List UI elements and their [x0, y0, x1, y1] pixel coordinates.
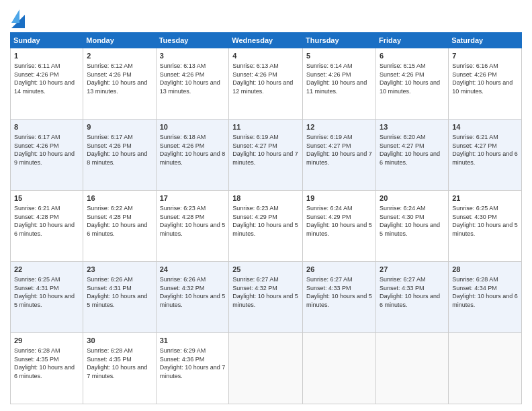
calendar-day-cell: 11Sunrise: 6:19 AMSunset: 4:27 PMDayligh… [229, 120, 303, 191]
day-detail: Sunrise: 6:16 AMSunset: 4:26 PMDaylight:… [452, 62, 513, 95]
day-number: 16 [87, 193, 152, 203]
calendar-day-cell: 21Sunrise: 6:25 AMSunset: 4:30 PMDayligh… [449, 191, 522, 262]
day-number: 30 [87, 336, 152, 346]
day-number: 19 [306, 193, 372, 203]
day-detail: Sunrise: 6:14 AMSunset: 4:26 PMDaylight:… [306, 62, 367, 95]
calendar-day-cell: 10Sunrise: 6:18 AMSunset: 4:26 PMDayligh… [156, 120, 229, 191]
day-number: 1 [14, 51, 79, 61]
day-detail: Sunrise: 6:20 AMSunset: 4:27 PMDaylight:… [380, 134, 440, 166]
calendar-day-cell: 18Sunrise: 6:23 AMSunset: 4:29 PMDayligh… [229, 191, 303, 262]
calendar-day-cell [229, 333, 303, 404]
calendar-day-cell: 28Sunrise: 6:28 AMSunset: 4:34 PMDayligh… [449, 262, 522, 333]
calendar-day-cell: 12Sunrise: 6:19 AMSunset: 4:27 PMDayligh… [303, 120, 376, 191]
page: SundayMondayTuesdayWednesdayThursdayFrid… [0, 0, 532, 411]
day-detail: Sunrise: 6:25 AMSunset: 4:31 PMDaylight:… [14, 276, 75, 308]
header [10, 7, 522, 28]
calendar-day-cell: 14Sunrise: 6:21 AMSunset: 4:27 PMDayligh… [449, 120, 522, 191]
calendar-day-cell: 5Sunrise: 6:14 AMSunset: 4:26 PMDaylight… [303, 48, 376, 120]
day-detail: Sunrise: 6:17 AMSunset: 4:26 PMDaylight:… [14, 134, 75, 166]
day-detail: Sunrise: 6:26 AMSunset: 4:31 PMDaylight:… [87, 276, 147, 308]
day-number: 21 [452, 193, 518, 203]
calendar-day-cell: 16Sunrise: 6:22 AMSunset: 4:28 PMDayligh… [83, 191, 156, 262]
day-detail: Sunrise: 6:29 AMSunset: 4:36 PMDaylight:… [160, 347, 226, 379]
day-number: 27 [380, 265, 445, 275]
weekday-header: Thursday [303, 33, 376, 48]
day-detail: Sunrise: 6:12 AMSunset: 4:26 PMDaylight:… [87, 62, 147, 95]
day-number: 3 [160, 51, 226, 61]
calendar-week-row: 29Sunrise: 6:28 AMSunset: 4:35 PMDayligh… [11, 333, 522, 404]
calendar-day-cell: 17Sunrise: 6:23 AMSunset: 4:28 PMDayligh… [156, 191, 229, 262]
calendar-day-cell: 30Sunrise: 6:28 AMSunset: 4:35 PMDayligh… [83, 333, 156, 404]
logo-icon [11, 9, 25, 28]
day-detail: Sunrise: 6:18 AMSunset: 4:26 PMDaylight:… [160, 134, 226, 166]
day-detail: Sunrise: 6:19 AMSunset: 4:27 PMDaylight:… [306, 134, 372, 166]
day-detail: Sunrise: 6:28 AMSunset: 4:35 PMDaylight:… [14, 347, 75, 379]
calendar-day-cell: 3Sunrise: 6:13 AMSunset: 4:26 PMDaylight… [156, 48, 229, 120]
day-detail: Sunrise: 6:23 AMSunset: 4:28 PMDaylight:… [160, 205, 226, 237]
day-number: 5 [306, 51, 372, 61]
day-detail: Sunrise: 6:27 AMSunset: 4:32 PMDaylight:… [232, 276, 298, 308]
day-number: 7 [452, 51, 518, 61]
day-detail: Sunrise: 6:27 AMSunset: 4:33 PMDaylight:… [306, 276, 372, 308]
calendar-day-cell: 1Sunrise: 6:11 AMSunset: 4:26 PMDaylight… [11, 48, 83, 120]
calendar-day-cell: 15Sunrise: 6:21 AMSunset: 4:28 PMDayligh… [11, 191, 83, 262]
calendar-week-row: 1Sunrise: 6:11 AMSunset: 4:26 PMDaylight… [11, 48, 522, 120]
calendar-week-row: 22Sunrise: 6:25 AMSunset: 4:31 PMDayligh… [11, 262, 522, 333]
calendar-day-cell: 27Sunrise: 6:27 AMSunset: 4:33 PMDayligh… [376, 262, 449, 333]
day-number: 31 [160, 336, 226, 346]
day-number: 25 [232, 265, 299, 275]
day-number: 23 [87, 265, 152, 275]
calendar-day-cell [449, 333, 522, 404]
day-detail: Sunrise: 6:25 AMSunset: 4:30 PMDaylight:… [452, 205, 518, 237]
day-detail: Sunrise: 6:28 AMSunset: 4:35 PMDaylight:… [87, 347, 147, 379]
calendar-day-cell: 20Sunrise: 6:24 AMSunset: 4:30 PMDayligh… [376, 191, 449, 262]
weekday-header: Friday [376, 33, 449, 48]
day-number: 10 [160, 122, 226, 132]
calendar-day-cell: 7Sunrise: 6:16 AMSunset: 4:26 PMDaylight… [449, 48, 522, 120]
day-number: 9 [87, 122, 152, 132]
day-detail: Sunrise: 6:27 AMSunset: 4:33 PMDaylight:… [380, 276, 440, 308]
weekday-header: Wednesday [229, 33, 303, 48]
day-detail: Sunrise: 6:17 AMSunset: 4:26 PMDaylight:… [87, 134, 147, 166]
logo [10, 9, 25, 28]
day-detail: Sunrise: 6:11 AMSunset: 4:26 PMDaylight:… [14, 62, 75, 95]
calendar-week-row: 8Sunrise: 6:17 AMSunset: 4:26 PMDaylight… [11, 120, 522, 191]
day-detail: Sunrise: 6:15 AMSunset: 4:26 PMDaylight:… [380, 62, 440, 95]
day-number: 20 [380, 193, 445, 203]
weekday-header: Saturday [449, 33, 522, 48]
day-detail: Sunrise: 6:13 AMSunset: 4:26 PMDaylight:… [160, 62, 220, 95]
weekday-header: Sunday [11, 33, 83, 48]
day-number: 26 [306, 265, 372, 275]
day-number: 2 [87, 51, 152, 61]
day-detail: Sunrise: 6:23 AMSunset: 4:29 PMDaylight:… [232, 205, 298, 237]
day-number: 24 [160, 265, 226, 275]
calendar-day-cell [303, 333, 376, 404]
calendar-day-cell: 19Sunrise: 6:24 AMSunset: 4:29 PMDayligh… [303, 191, 376, 262]
calendar-day-cell: 2Sunrise: 6:12 AMSunset: 4:26 PMDaylight… [83, 48, 156, 120]
day-number: 4 [232, 51, 299, 61]
day-number: 15 [14, 193, 79, 203]
day-number: 12 [306, 122, 372, 132]
day-number: 18 [232, 193, 299, 203]
calendar-day-cell: 24Sunrise: 6:26 AMSunset: 4:32 PMDayligh… [156, 262, 229, 333]
calendar-day-cell: 22Sunrise: 6:25 AMSunset: 4:31 PMDayligh… [11, 262, 83, 333]
calendar-day-cell: 6Sunrise: 6:15 AMSunset: 4:26 PMDaylight… [376, 48, 449, 120]
calendar-week-row: 15Sunrise: 6:21 AMSunset: 4:28 PMDayligh… [11, 191, 522, 262]
day-number: 8 [14, 122, 79, 132]
day-detail: Sunrise: 6:24 AMSunset: 4:30 PMDaylight:… [380, 205, 440, 237]
calendar-body: 1Sunrise: 6:11 AMSunset: 4:26 PMDaylight… [11, 48, 522, 404]
calendar-day-cell: 9Sunrise: 6:17 AMSunset: 4:26 PMDaylight… [83, 120, 156, 191]
calendar-day-cell: 8Sunrise: 6:17 AMSunset: 4:26 PMDaylight… [11, 120, 83, 191]
day-detail: Sunrise: 6:19 AMSunset: 4:27 PMDaylight:… [232, 134, 298, 166]
day-detail: Sunrise: 6:26 AMSunset: 4:32 PMDaylight:… [160, 276, 226, 308]
day-detail: Sunrise: 6:21 AMSunset: 4:28 PMDaylight:… [14, 205, 75, 237]
day-number: 14 [452, 122, 518, 132]
day-number: 28 [452, 265, 518, 275]
calendar-day-cell: 26Sunrise: 6:27 AMSunset: 4:33 PMDayligh… [303, 262, 376, 333]
day-number: 11 [232, 122, 299, 132]
calendar-day-cell: 13Sunrise: 6:20 AMSunset: 4:27 PMDayligh… [376, 120, 449, 191]
day-number: 13 [380, 122, 445, 132]
day-detail: Sunrise: 6:13 AMSunset: 4:26 PMDaylight:… [232, 62, 293, 95]
calendar-day-cell: 25Sunrise: 6:27 AMSunset: 4:32 PMDayligh… [229, 262, 303, 333]
weekday-header: Monday [83, 33, 156, 48]
